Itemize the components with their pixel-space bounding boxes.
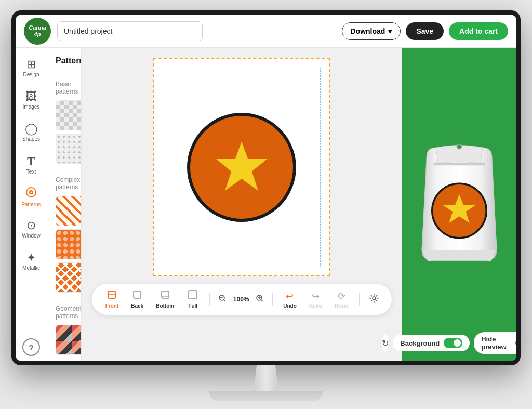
complex-patterns-grid	[56, 196, 73, 293]
patterns-panel: Patterns ✕ Basic patterns	[47, 48, 82, 361]
help-button[interactable]: ?	[22, 338, 40, 356]
redo-icon: ↪	[312, 291, 320, 302]
basic-patterns-grid	[56, 100, 73, 164]
basic-patterns-title: Basic patterns	[56, 81, 73, 95]
sidebar-item-text[interactable]: T Text	[16, 150, 47, 180]
complex-patterns-title: Complex patterns	[56, 176, 73, 191]
images-icon: 🖼	[25, 91, 37, 102]
svg-point-2	[31, 192, 32, 193]
back-view-button[interactable]: Back	[126, 288, 149, 311]
zoom-in-button[interactable]	[252, 293, 267, 306]
sidebar-item-shapes[interactable]: ◯ Shapes	[16, 117, 47, 148]
monitor-screen: Canna4p Download ▾ Save Add to cart	[11, 10, 521, 365]
save-button[interactable]: Save	[406, 22, 444, 40]
shapes-icon: ◯	[25, 123, 38, 135]
pattern-item[interactable]	[56, 262, 82, 293]
metallic-icon: ✦	[26, 252, 36, 263]
text-icon: T	[27, 155, 35, 167]
download-button[interactable]: Download ▾	[342, 22, 401, 40]
back-view-icon	[132, 290, 142, 302]
geometric-patterns-section: Geometric patterns	[47, 299, 81, 361]
logo-text: Canna4p	[29, 24, 46, 37]
view-buttons-group: Front Back	[100, 288, 205, 311]
zoom-group: 100%	[215, 293, 267, 306]
hide-preview-toggle[interactable]	[515, 338, 516, 348]
patterns-icon	[25, 187, 37, 200]
stand-base	[209, 391, 323, 401]
svg-rect-9	[189, 291, 197, 299]
background-toggle-pill: Background	[393, 335, 470, 351]
toolbar-separator-1	[209, 293, 210, 306]
sidebar-item-metallic[interactable]: ✦ Metallic	[16, 246, 47, 276]
reset-button[interactable]: ⟳ Reset	[329, 288, 354, 311]
hide-preview-label: Hide preview	[481, 335, 511, 351]
chevron-down-icon: ▾	[388, 27, 392, 35]
project-name-input[interactable]	[57, 21, 203, 41]
hide-preview-button[interactable]: Hide preview	[474, 332, 516, 354]
geometric-patterns-title: Geometric patterns	[56, 305, 73, 320]
bottom-view-button[interactable]: Bottom	[151, 288, 179, 311]
basic-patterns-section: Basic patterns	[47, 74, 81, 170]
canvas-design	[187, 113, 296, 222]
pattern-item[interactable]	[56, 196, 82, 226]
zoom-out-button[interactable]	[215, 293, 230, 306]
design-icon: ⊞	[26, 59, 36, 70]
toolbar-separator-2	[272, 293, 273, 306]
svg-line-12	[224, 300, 225, 301]
front-view-button[interactable]: Front	[100, 288, 124, 311]
full-view-icon	[188, 290, 197, 302]
pattern-item[interactable]	[56, 229, 82, 259]
window-icon: ⊙	[26, 220, 36, 231]
svg-rect-6	[134, 291, 141, 298]
reset-icon: ⟳	[338, 291, 345, 302]
toolbar-separator-3	[359, 293, 360, 306]
pattern-item[interactable]	[56, 100, 82, 130]
background-label: Background	[400, 339, 440, 347]
background-toggle[interactable]	[444, 338, 462, 348]
svg-marker-3	[216, 142, 268, 191]
topbar-actions: Download ▾ Save Add to cart	[342, 22, 508, 40]
settings-button[interactable]	[365, 291, 383, 308]
svg-line-16	[261, 300, 263, 301]
geometric-patterns-grid	[56, 325, 73, 355]
full-view-button[interactable]: Full	[181, 288, 204, 311]
panel-title: Patterns	[56, 56, 82, 65]
icon-sidebar: ⊞ Design 🖼 Images ◯ Shapes T Text	[16, 48, 47, 361]
undo-button[interactable]: ↩ Undo	[278, 288, 302, 311]
redo-button[interactable]: ↪ Redo	[304, 288, 327, 311]
screen-inner: Canna4p Download ▾ Save Add to cart	[16, 15, 516, 361]
canvas-toolbar: Front Back	[92, 284, 392, 315]
main-layout: ⊞ Design 🖼 Images ◯ Shapes T Text	[16, 48, 516, 361]
bottom-view-icon	[161, 290, 170, 302]
svg-rect-7	[162, 291, 169, 298]
svg-point-17	[373, 297, 376, 300]
pattern-item[interactable]	[56, 134, 82, 164]
topbar: Canna4p Download ▾ Save Add to cart	[16, 15, 516, 48]
star-circle-element[interactable]	[187, 113, 296, 222]
svg-point-20	[457, 144, 461, 148]
canvas-area: Front Back	[82, 48, 402, 361]
monitor-stand	[11, 365, 521, 401]
pouch-svg	[413, 138, 506, 269]
monitor-wrapper: Canna4p Download ▾ Save Add to cart	[11, 10, 521, 401]
star-icon	[213, 139, 270, 196]
preview-bottom-bar: ↻ Background Hide preview	[407, 332, 511, 354]
sidebar-item-patterns[interactable]: Patterns	[16, 182, 47, 212]
undo-icon: ↩	[286, 291, 294, 302]
add-to-cart-button[interactable]: Add to cart	[449, 22, 508, 40]
app-logo: Canna4p	[24, 18, 51, 45]
product-preview	[413, 138, 506, 271]
complex-patterns-section: Complex patterns	[47, 170, 81, 299]
preview-area: ↻ Background Hide preview	[402, 48, 516, 361]
canvas-container	[153, 58, 330, 276]
front-view-icon	[107, 290, 116, 302]
history-group: ↩ Undo ↪ Redo ⟳ Reset	[278, 288, 354, 311]
stand-neck	[250, 365, 282, 391]
svg-rect-18	[434, 162, 485, 165]
zoom-value: 100%	[232, 296, 250, 303]
sidebar-item-images[interactable]: 🖼 Images	[16, 85, 47, 115]
panel-header: Patterns ✕	[47, 48, 81, 74]
pattern-item[interactable]	[56, 325, 82, 355]
sidebar-item-design[interactable]: ⊞ Design	[16, 53, 47, 83]
sidebar-item-window[interactable]: ⊙ Window	[16, 214, 47, 244]
